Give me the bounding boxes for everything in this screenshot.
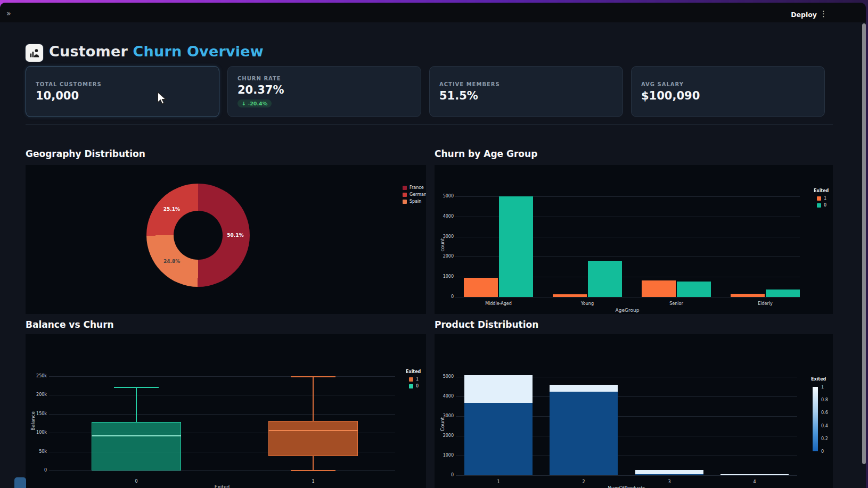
y-tick-label: 150k [26, 411, 47, 416]
app-logo [26, 44, 43, 62]
y-tick-label: 2000 [435, 433, 454, 438]
legend-swatch[interactable] [817, 203, 821, 208]
y-tick-label: 2000 [435, 254, 454, 259]
pie-percent-label: 50.1% [225, 233, 246, 238]
kpi-card-avg-salary: AVG SALARY $100,090 [631, 66, 825, 117]
kpi-label: TOTAL CUSTOMERS [36, 81, 219, 87]
gridline [49, 470, 395, 471]
kpi-card-active-members: ACTIVE MEMBERS 51.5% [429, 66, 623, 117]
x-tick-label: 4 [739, 479, 771, 484]
stack-segment-exited-1 [635, 470, 703, 474]
colorbar-tick-label: 1 [821, 385, 824, 390]
whisker-cap [114, 387, 159, 388]
bar-exited-1 [731, 294, 765, 297]
product-distribution-chart[interactable]: 0100020003000400050001234NumOfProductsCo… [435, 334, 833, 488]
kpi-value: 10,000 [36, 89, 219, 102]
top-header-bar: » Deploy ⋮ [0, 3, 866, 22]
x-tick-label: 3 [653, 479, 685, 484]
stack-segment-exited-0 [550, 392, 618, 475]
gridline [455, 297, 800, 297]
balance-vs-churn-chart[interactable]: 050k100k150k200k250k01ExitedBalanceExite… [26, 334, 426, 488]
sidebar-expand-icon[interactable]: » [6, 10, 11, 17]
box [268, 421, 358, 457]
y-tick-label: 4000 [435, 394, 454, 399]
box [92, 422, 181, 470]
stack-segment-exited-0 [635, 474, 703, 475]
legend-label[interactable]: 0 [824, 203, 826, 208]
section-divider [26, 124, 833, 125]
churn-by-age-group-chart[interactable]: 010002000300040005000Middle-AgedYoungSen… [435, 165, 833, 314]
y-tick-label: 0 [435, 473, 454, 477]
vertical-scrollbar[interactable] [862, 23, 866, 464]
kpi-card-churn-rate: CHURN RATE 20.37% ↓ -20.4% [227, 66, 421, 117]
legend-title: Exited [406, 369, 421, 374]
legend-swatch[interactable] [403, 193, 407, 197]
y-tick-label: 50k [26, 449, 47, 454]
stack-segment-exited-1 [720, 474, 789, 475]
colorbar-tick-label: 0.4 [821, 424, 828, 428]
overflow-menu-icon[interactable]: ⋮ [820, 9, 828, 19]
y-tick-label: 200k [26, 392, 47, 397]
geography-distribution-chart[interactable]: 50.1%25.1%24.8%FranceGermanySpain [26, 165, 426, 314]
pie-percent-label: 25.1% [161, 206, 182, 212]
deploy-button[interactable]: Deploy [791, 11, 817, 19]
kpi-label: CHURN RATE [238, 76, 421, 81]
x-axis-label: NumOfProducts [600, 485, 653, 488]
gridline [49, 395, 395, 395]
colorbar [813, 387, 818, 451]
y-tick-label: 0 [435, 294, 454, 299]
gridline [49, 414, 395, 415]
page-title: Customer Churn Overview [49, 43, 264, 60]
legend-swatch[interactable] [409, 384, 413, 388]
x-tick-label: 1 [482, 479, 514, 484]
chart-title-balance: Balance vs Churn [26, 319, 114, 330]
bar-exited-0 [588, 261, 622, 297]
median-line [268, 430, 358, 431]
kpi-value: 20.37% [238, 84, 421, 96]
donut-hole [174, 211, 223, 260]
whisker-cap [291, 470, 335, 471]
pie-percent-label: 24.8% [161, 259, 183, 264]
whisker-cap [291, 376, 335, 377]
legend-swatch[interactable] [817, 196, 821, 201]
page-title-prefix: Customer [49, 43, 133, 60]
legend-label[interactable]: Germany [410, 192, 426, 197]
chart-title-age-group: Churn by Age Group [435, 148, 537, 159]
legend-label[interactable]: 0 [416, 384, 419, 388]
colorbar-tick-label: 0.6 [821, 410, 828, 415]
bar-exited-0 [766, 290, 800, 297]
colorbar-tick-label: 0 [821, 449, 824, 454]
y-tick-label: 1000 [435, 274, 454, 279]
chart-title-geography: Geography Distribution [26, 148, 145, 159]
colorbar-tick-label: 0.2 [821, 436, 828, 441]
chart-title-product: Product Distribution [435, 319, 538, 330]
cursor-arrow-icon [157, 92, 169, 105]
gridline [49, 376, 395, 377]
legend-swatch[interactable] [403, 200, 407, 204]
y-tick-label: 100k [26, 430, 47, 435]
x-tick-label: 0 [120, 479, 152, 484]
colorbar-tick-label: 0.8 [821, 398, 828, 402]
colorbar-title: Exited [811, 377, 826, 382]
legend-label[interactable]: 1 [824, 196, 826, 201]
stack-segment-exited-1 [464, 375, 533, 403]
legend-label[interactable]: 1 [416, 377, 419, 382]
stack-segment-exited-1 [550, 385, 618, 392]
y-tick-label: 0 [26, 468, 47, 473]
whisker-line [313, 456, 314, 470]
legend-swatch[interactable] [403, 186, 407, 190]
bar-exited-0 [677, 282, 711, 297]
legend-label[interactable]: France [410, 185, 424, 190]
mouse-cursor [157, 92, 169, 107]
legend-label[interactable]: Spain [410, 199, 421, 204]
x-axis-label: AgeGroup [606, 308, 649, 313]
median-line [92, 435, 181, 436]
y-tick-label: 5000 [435, 374, 454, 379]
y-tick-label: 250k [26, 374, 47, 378]
kpi-value: 51.5% [439, 89, 623, 102]
x-tick-label: Elderly [739, 301, 792, 306]
bottom-left-widget [14, 477, 26, 488]
legend-swatch[interactable] [409, 377, 413, 382]
bar-exited-1 [553, 294, 587, 297]
x-tick-label: Young [561, 301, 614, 306]
